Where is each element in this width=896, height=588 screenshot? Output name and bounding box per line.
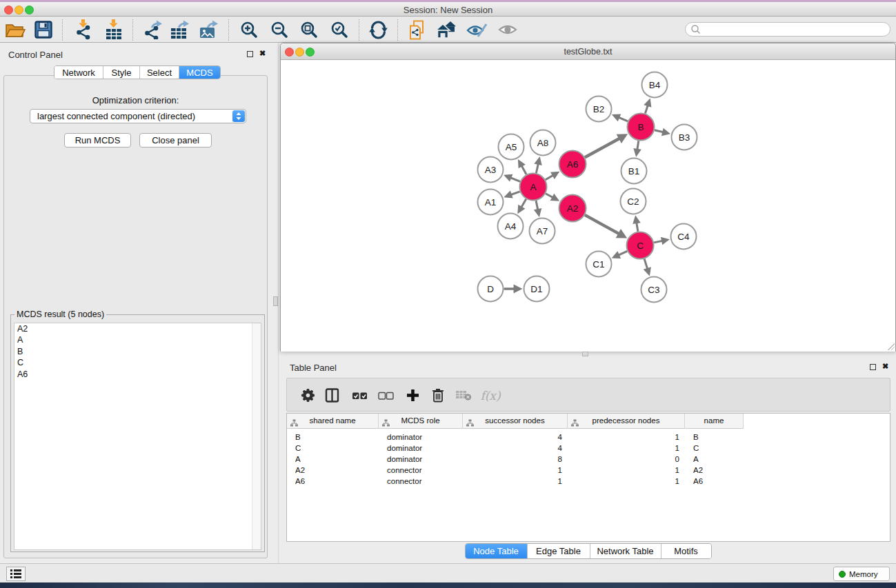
node-table[interactable]: shared nameMCDS rolesuccessor nodesprede…: [286, 413, 890, 542]
mcds-tab-content: Optimization criterion: largest connecte…: [3, 75, 268, 558]
column-header-predecessor-nodes[interactable]: predecessor nodes: [568, 414, 685, 429]
table-cell: A2: [287, 465, 379, 476]
close-panel-icon[interactable]: ✖: [259, 49, 266, 58]
graph-node-label: C: [637, 241, 644, 251]
graph-node-label: B3: [679, 132, 690, 143]
scrollbar[interactable]: [252, 323, 261, 549]
panel-divider[interactable]: [278, 43, 279, 563]
graph-node-label: D: [487, 284, 494, 294]
memory-status-icon: [839, 571, 846, 578]
network-canvas[interactable]: B4B2BB3A5A8A6B1A3AC2A1A2A4A7C4CC1C3DD1: [281, 61, 895, 352]
refresh-icon[interactable]: [366, 19, 390, 41]
table-cell: A: [685, 454, 744, 465]
split-divider-grip[interactable]: [582, 352, 588, 356]
graph-node-label: C3: [648, 285, 659, 295]
gear-icon[interactable]: [296, 378, 319, 412]
graph-node-label: A1: [485, 197, 497, 207]
graph-node-label: A3: [485, 165, 497, 175]
table-cell: A6: [287, 476, 379, 487]
table-cell: B: [287, 432, 379, 443]
table-row[interactable]: A2connector11A2: [287, 465, 890, 476]
table-close-icon[interactable]: ✖: [882, 362, 888, 371]
export-network-icon[interactable]: [141, 19, 165, 41]
zoom-in-icon[interactable]: [237, 19, 261, 41]
graph-node-label: C2: [627, 196, 639, 207]
toolbar-separator: [228, 19, 229, 41]
tab-network-table[interactable]: Network Table: [590, 544, 661, 558]
show-graphics-icon[interactable]: [465, 19, 488, 41]
open-folder-icon[interactable]: [3, 19, 27, 41]
columns-icon[interactable]: [321, 378, 344, 412]
tab-mcds[interactable]: MCDS: [179, 66, 220, 79]
graph-node-label: B1: [628, 166, 640, 176]
toolbar-separator: [62, 19, 63, 41]
table-cell: 8: [463, 454, 568, 465]
table-cell: 1: [463, 476, 568, 487]
table-cell: C: [287, 443, 379, 454]
optimization-dropdown[interactable]: largest connected component (directed): [30, 109, 246, 123]
column-header-shared-name[interactable]: shared name: [287, 414, 379, 429]
tab-motifs[interactable]: Motifs: [661, 544, 711, 558]
table-cell: A: [287, 454, 379, 465]
mcds-result-item[interactable]: B: [14, 346, 261, 357]
table-panel-title: Table Panel: [290, 363, 337, 373]
table-row[interactable]: Bdominator41B: [287, 432, 890, 443]
export-table-icon[interactable]: [168, 19, 192, 41]
table-float-icon[interactable]: [870, 364, 876, 370]
task-list-button[interactable]: [6, 567, 26, 581]
select-all-icon[interactable]: [348, 378, 371, 412]
tab-select[interactable]: Select: [140, 66, 179, 79]
table-cell: 1: [568, 443, 685, 454]
delete-icon[interactable]: [426, 378, 450, 412]
search-input[interactable]: [685, 22, 890, 37]
zoom-out-icon[interactable]: [268, 19, 291, 41]
clone-network-icon[interactable]: [406, 19, 429, 41]
run-mcds-button[interactable]: Run MCDS: [64, 133, 131, 148]
table-row[interactable]: Cdominator41C: [287, 443, 890, 454]
table-cell: dominator: [379, 454, 463, 465]
add-icon[interactable]: [401, 378, 424, 412]
mcds-result-item[interactable]: C: [14, 357, 261, 368]
import-network-icon[interactable]: [72, 19, 95, 41]
window-title: Session: New Session: [0, 5, 896, 15]
graph-node-label: A8: [537, 138, 549, 148]
float-panel-icon[interactable]: [247, 51, 253, 57]
mcds-result-item[interactable]: A6: [14, 369, 261, 380]
save-icon[interactable]: [32, 19, 55, 41]
table-cell: connector: [379, 476, 463, 487]
graph-node-label: B4: [649, 80, 661, 90]
deselect-all-icon[interactable]: [374, 378, 397, 412]
control-panel: Control Panel ✖ Optimization criterion: …: [0, 43, 271, 563]
table-row[interactable]: A6connector11A6: [287, 476, 890, 487]
graph-node-label: A4: [505, 221, 517, 232]
zoom-fit-icon[interactable]: [297, 19, 321, 41]
tab-style[interactable]: Style: [103, 66, 140, 79]
column-header-successor-nodes[interactable]: successor nodes: [463, 414, 568, 429]
table-cell: A6: [685, 476, 744, 487]
function-icon: f(x): [479, 378, 502, 412]
panel-divider-grip[interactable]: [273, 296, 278, 306]
tab-network[interactable]: Network: [54, 66, 103, 79]
memory-button[interactable]: Memory: [833, 567, 890, 581]
graph-node-label: C4: [677, 232, 690, 242]
import-table-icon[interactable]: [102, 19, 126, 41]
mcds-result-list[interactable]: A2ABCA6: [14, 323, 261, 550]
table-panel-tabs: Node TableEdge TableNetwork TableMotifs: [465, 543, 712, 559]
network-window-title: testGlobe.txt: [281, 47, 895, 57]
optimization-label: Optimization criterion:: [4, 95, 267, 105]
home-icon[interactable]: [435, 19, 458, 41]
graph-node-label: D1: [530, 284, 542, 294]
mcds-result-item[interactable]: A2: [14, 323, 261, 334]
eye-icon[interactable]: [496, 19, 519, 41]
export-image-icon[interactable]: [197, 19, 221, 41]
zoom-selected-icon[interactable]: [328, 19, 351, 41]
resize-grip-icon[interactable]: [888, 343, 895, 350]
tab-edge-table[interactable]: Edge Table: [528, 544, 590, 558]
table-row[interactable]: Adominator80A: [287, 454, 890, 465]
tab-node-table[interactable]: Node Table: [466, 544, 528, 558]
mcds-result-item[interactable]: A: [14, 334, 261, 345]
close-panel-button[interactable]: Close panel: [139, 133, 212, 148]
table-cell: connector: [379, 465, 463, 476]
column-header-MCDS-role[interactable]: MCDS role: [379, 414, 463, 429]
column-header-name[interactable]: name: [685, 414, 744, 429]
